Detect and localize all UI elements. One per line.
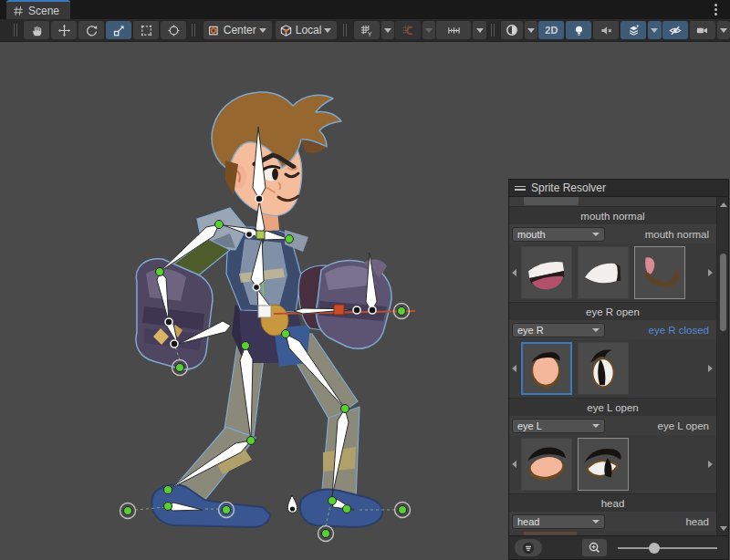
pivot-mode-dropdown[interactable]: Center <box>203 21 272 39</box>
scene-camera-button[interactable] <box>690 21 715 39</box>
thumb-eye-r-open[interactable] <box>578 342 629 395</box>
zoom-button[interactable] <box>582 539 607 556</box>
hand-icon <box>30 24 44 37</box>
scrollbar-thumb[interactable] <box>720 254 726 331</box>
eye-slash-icon <box>668 24 683 37</box>
carousel-left-icon[interactable] <box>512 269 516 276</box>
hamburger-icon <box>515 186 526 191</box>
thumb-eye-l-closed[interactable] <box>521 438 572 491</box>
thumb-mouth-normal[interactable] <box>634 246 685 299</box>
thumb-eye-l-open[interactable] <box>578 438 629 491</box>
character-left-arm <box>136 239 230 369</box>
selected-sprite-label-head: head <box>605 516 709 527</box>
ik-effector-square[interactable] <box>334 305 344 315</box>
scroll-down-icon[interactable] <box>717 523 728 534</box>
category-dropdown-eye-r[interactable]: eye R <box>512 323 605 337</box>
thumbnail-size-slider[interactable] <box>618 542 717 555</box>
section-header-head: head <box>509 493 716 512</box>
tab-label: Scene <box>28 5 59 17</box>
chest-effector-square[interactable] <box>256 231 265 239</box>
rect-tool-button[interactable] <box>133 21 159 39</box>
category-dropdown-head[interactable]: head <box>512 514 605 529</box>
orientation-label: Local <box>296 24 322 36</box>
scene-effects-button[interactable] <box>620 21 646 39</box>
carousel-right-icon[interactable] <box>708 269 713 276</box>
slider-track <box>618 547 717 549</box>
section-controls-eye-r: eye R eye R closed <box>509 320 716 339</box>
grid-dropdown-arrow[interactable] <box>381 21 394 39</box>
snap-magnet-icon <box>402 24 415 37</box>
rotate-tool-button[interactable] <box>78 21 104 39</box>
sprite-carousel-eye-r <box>509 339 716 398</box>
root-joint-square[interactable] <box>258 306 271 317</box>
category-dropdown-mouth[interactable]: mouth <box>512 227 605 242</box>
scene-audio-button[interactable] <box>593 21 619 39</box>
section-header-eye-l: eye L open <box>509 398 716 416</box>
snap-increment-icon <box>446 24 462 37</box>
selected-sprite-label-mouth: mouth normal <box>605 229 709 240</box>
carousel-left-icon[interactable] <box>512 365 516 372</box>
chevron-down-icon <box>259 28 266 33</box>
filter-icon <box>521 541 536 555</box>
carousel-right-icon[interactable] <box>708 461 713 468</box>
magnifier-plus-icon <box>588 541 601 555</box>
thumb-eye-r-closed[interactable] <box>521 342 572 395</box>
grid-snap-button[interactable] <box>395 21 421 39</box>
shading-mode-button[interactable] <box>501 21 523 39</box>
shaded-view-icon <box>505 23 519 37</box>
sprite-carousel-mouth <box>509 244 716 302</box>
grid-visibility-button[interactable]: Y <box>354 21 380 39</box>
chevron-down-icon <box>592 233 600 236</box>
move-tool-button[interactable] <box>51 21 77 39</box>
tab-scene[interactable]: Scene <box>6 0 70 19</box>
clipped-row <box>509 197 716 206</box>
snap-increment-dropdown-arrow[interactable] <box>473 21 485 39</box>
scene-lighting-button[interactable] <box>566 21 591 39</box>
rect-tool-icon <box>140 24 153 37</box>
sprite-carousel-eye-l <box>509 435 716 493</box>
transform-tool-button[interactable] <box>161 21 186 39</box>
toolbar-drag-handle <box>14 24 18 36</box>
svg-text:Y: Y <box>368 30 372 36</box>
thumb-mouth-open[interactable] <box>521 246 572 299</box>
rotate-icon <box>85 24 99 37</box>
kebab-menu-icon[interactable] <box>712 2 719 16</box>
scroll-up-icon[interactable] <box>717 199 728 210</box>
pivot-teardrop-marker[interactable] <box>287 495 297 513</box>
transform-icon <box>167 24 181 37</box>
thumb-mouth-closed[interactable] <box>578 246 629 299</box>
scale-tool-button[interactable] <box>106 21 131 39</box>
camera-icon <box>695 24 709 37</box>
snap-dropdown-arrow[interactable] <box>422 21 435 39</box>
shading-dropdown-arrow[interactable] <box>525 21 537 39</box>
section-controls-head: head head <box>509 512 716 531</box>
view-hand-tool-button[interactable] <box>24 21 49 39</box>
selected-sprite-label-eye-r: eye R closed <box>605 325 709 336</box>
grid-axis-icon: Y <box>360 24 373 37</box>
snap-increment-button[interactable] <box>436 21 471 39</box>
panel-scroll-content: mouth normal mouth mouth normal <box>509 197 716 535</box>
category-dropdown-eye-l[interactable]: eye L <box>512 419 605 433</box>
chevron-down-icon <box>592 328 600 332</box>
toolbar-drag-handle <box>343 24 348 36</box>
chevron-down-icon <box>592 520 600 524</box>
carousel-right-icon[interactable] <box>708 365 713 372</box>
clipped-thumbs-row <box>509 531 716 535</box>
scene-visibility-button[interactable] <box>662 21 688 39</box>
toolbar-drag-handle <box>491 24 495 36</box>
scale-icon <box>112 24 126 37</box>
2d-mode-button[interactable]: 2D <box>538 21 564 39</box>
sprite-resolver-panel: Sprite Resolver mouth normal mouth mouth… <box>508 179 729 560</box>
pivot-mode-label: Center <box>224 24 256 36</box>
orientation-dropdown[interactable]: Local <box>276 21 338 39</box>
panel-scrollbar[interactable] <box>716 197 728 535</box>
panel-title-bar[interactable]: Sprite Resolver <box>509 180 728 197</box>
carousel-left-icon[interactable] <box>512 461 516 468</box>
section-header-mouth: mouth normal <box>509 206 716 224</box>
filter-button[interactable] <box>515 539 542 556</box>
effects-dropdown-arrow[interactable] <box>648 21 661 39</box>
lightbulb-icon <box>572 24 586 37</box>
camera-dropdown-arrow[interactable] <box>717 21 730 39</box>
effects-layers-icon <box>627 24 641 37</box>
slider-knob[interactable] <box>649 543 660 554</box>
